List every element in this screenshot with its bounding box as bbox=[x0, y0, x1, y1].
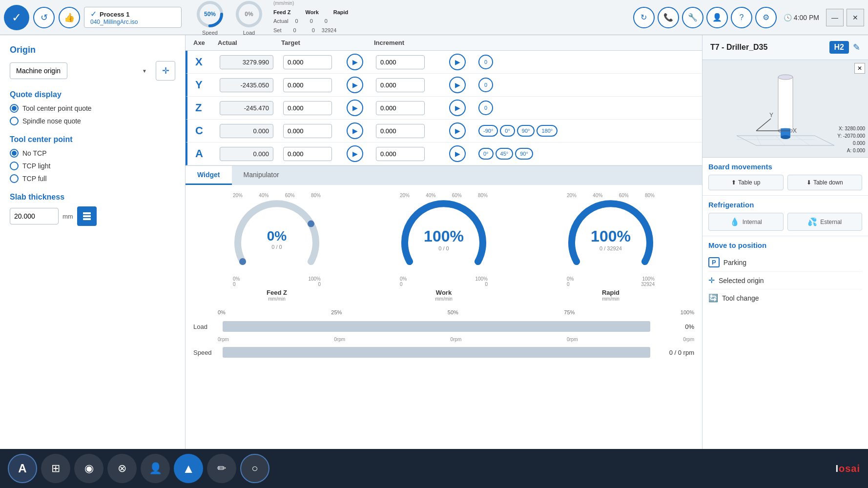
slab-apply-button[interactable] bbox=[77, 206, 97, 226]
work-header: Work bbox=[305, 8, 318, 17]
feedz-center: 0% 0 / 0 bbox=[267, 228, 287, 250]
power-button[interactable]: ↺ bbox=[33, 7, 55, 28]
a-deg-0[interactable]: 0° bbox=[478, 148, 494, 160]
axis-actual-y[interactable] bbox=[220, 78, 273, 92]
bottom-icon-grid[interactable]: ⊞ bbox=[41, 454, 70, 483]
phone-icon[interactable]: 📞 bbox=[658, 7, 679, 28]
axis-play-inc-c[interactable]: ▶ bbox=[449, 122, 466, 139]
bottom-icon-edit[interactable]: ✏ bbox=[207, 454, 236, 483]
axis-play-target-y[interactable]: ▶ bbox=[347, 77, 363, 93]
board-buttons: ⬆ Table up ⬇ Table down bbox=[708, 175, 862, 190]
radio-tool-center[interactable]: Tool center point quote bbox=[10, 104, 175, 113]
bottom-icon-circle[interactable]: ○ bbox=[240, 454, 269, 483]
radio-dot-no-tcp bbox=[10, 149, 19, 158]
axis-play-inc-a[interactable]: ▶ bbox=[449, 145, 466, 162]
axis-target-x[interactable] bbox=[283, 55, 332, 69]
minimize-button[interactable]: — bbox=[826, 9, 844, 26]
axis-target-y[interactable] bbox=[283, 78, 332, 92]
axis-play-target-x[interactable]: ▶ bbox=[347, 54, 363, 70]
load-gauge: 0% bbox=[234, 0, 264, 29]
a-deg-90[interactable]: 90° bbox=[515, 148, 533, 160]
h-badge: H2 bbox=[829, 41, 849, 54]
parking-item[interactable]: P Parking bbox=[708, 253, 862, 272]
mm-label: (mm/min) bbox=[273, 0, 348, 7]
axis-play-target-a[interactable]: ▶ bbox=[347, 145, 363, 162]
center-panel: Axe Actual Target Increment X ▶ ▶ 0 Y bbox=[186, 35, 702, 449]
internal-button[interactable]: 💧 Internal bbox=[708, 213, 784, 231]
origin-title: Origin bbox=[10, 45, 175, 55]
svg-rect-3 bbox=[83, 212, 91, 214]
settings-icon[interactable]: ⚙ bbox=[755, 7, 777, 28]
axis-actual-c[interactable] bbox=[220, 124, 273, 138]
load-bar-value: 0% bbox=[655, 323, 694, 330]
origin-select[interactable]: Machine origin bbox=[10, 62, 67, 79]
axis-increment-z[interactable] bbox=[376, 101, 425, 115]
axis-increment-a[interactable] bbox=[376, 147, 425, 161]
tool-3d-close-button[interactable]: ✕ bbox=[854, 63, 865, 74]
bottom-icon-hierarchy[interactable]: ⊗ bbox=[107, 454, 137, 483]
table-up-button[interactable]: ⬆ Table up bbox=[708, 175, 784, 190]
tool-change-icon: 🔄 bbox=[708, 293, 718, 303]
axis-target-c[interactable] bbox=[283, 124, 332, 138]
axis-zero-x[interactable]: 0 bbox=[478, 55, 493, 69]
axis-actual-z[interactable] bbox=[220, 101, 273, 115]
thumbs-up-button[interactable]: 👍 bbox=[59, 7, 80, 28]
table-down-button[interactable]: ⬇ Table down bbox=[787, 175, 863, 190]
check-button[interactable]: ✓ bbox=[4, 5, 29, 30]
axis-target-a[interactable] bbox=[283, 147, 332, 161]
col-actual: Actual bbox=[218, 39, 281, 46]
axis-play-inc-y[interactable]: ▶ bbox=[449, 77, 466, 93]
axes-header: Axe Actual Target Increment bbox=[186, 35, 702, 51]
origin-crosshair-button[interactable]: ✛ bbox=[156, 61, 175, 81]
speed-pct-text: 50% bbox=[204, 11, 216, 18]
work-set: 0 bbox=[312, 26, 315, 35]
tool-3d-coords: X: 3280.000 Y: -2070.000 0.000 A: 0.000 bbox=[837, 125, 865, 154]
help-icon[interactable]: ? bbox=[731, 7, 752, 28]
c-deg-180[interactable]: 180° bbox=[537, 125, 558, 137]
esternal-button[interactable]: 💦 Esternal bbox=[787, 213, 863, 231]
tab-widget[interactable]: Widget bbox=[186, 166, 232, 185]
axis-zero-z[interactable]: 0 bbox=[478, 101, 493, 115]
slab-input[interactable] bbox=[10, 208, 59, 224]
close-button[interactable]: ✕ bbox=[847, 9, 864, 26]
top-bar: ✓ ↺ 👍 ✓Process 1 040_MillingArc.iso 50% … bbox=[0, 0, 868, 35]
c-deg-90[interactable]: 90° bbox=[517, 125, 535, 137]
bottom-icon-a[interactable]: A bbox=[8, 454, 37, 483]
load-label: Load bbox=[243, 30, 255, 36]
tool-edit-icon[interactable]: ✎ bbox=[853, 42, 860, 53]
time-display: 🕓4:00 PM bbox=[784, 14, 819, 21]
c-deg-minus90[interactable]: -90° bbox=[478, 125, 498, 137]
bottom-icon-network[interactable]: ◉ bbox=[74, 454, 103, 483]
work-name: Work bbox=[436, 289, 452, 296]
bottom-icon-tool-active[interactable]: ▲ bbox=[174, 454, 203, 483]
axis-target-z[interactable] bbox=[283, 101, 332, 115]
svg-rect-4 bbox=[83, 215, 91, 217]
axis-play-inc-z[interactable]: ▶ bbox=[449, 100, 466, 116]
user-icon[interactable]: 👤 bbox=[706, 7, 728, 28]
tool-icon[interactable]: 🔧 bbox=[682, 7, 703, 28]
bottom-icon-user[interactable]: 👤 bbox=[141, 454, 170, 483]
axis-actual-x[interactable] bbox=[220, 55, 273, 69]
axis-increment-c[interactable] bbox=[376, 124, 425, 138]
radio-tcp-light[interactable]: TCP light bbox=[10, 162, 175, 170]
axis-play-inc-x[interactable]: ▶ bbox=[449, 54, 466, 70]
refresh-icon[interactable]: ↻ bbox=[633, 7, 655, 28]
radio-tcp-full[interactable]: TCP full bbox=[10, 174, 175, 183]
selected-origin-item[interactable]: ✛ Selected origin bbox=[708, 272, 862, 289]
axis-play-target-c[interactable]: ▶ bbox=[347, 122, 363, 139]
axis-play-target-z[interactable]: ▶ bbox=[347, 100, 363, 116]
tab-manipulator[interactable]: Manipulator bbox=[232, 166, 291, 185]
a-deg-45[interactable]: 45° bbox=[496, 148, 514, 160]
quote-display-title: Quote display bbox=[10, 90, 175, 99]
radio-no-tcp[interactable]: No TCP bbox=[10, 149, 175, 158]
radio-spindle[interactable]: Spindle nose quote bbox=[10, 117, 175, 125]
gauges-row: 20%40%60%80% 0% 0 / 0 0%100% bbox=[193, 193, 694, 302]
axis-zero-y[interactable]: 0 bbox=[478, 78, 493, 92]
axis-actual-a[interactable] bbox=[220, 147, 273, 161]
process-file: 040_MillingArc.iso bbox=[90, 19, 175, 25]
axis-increment-y[interactable] bbox=[376, 78, 425, 92]
tool-change-item[interactable]: 🔄 Tool change bbox=[708, 289, 862, 306]
slab-row: mm bbox=[10, 206, 175, 226]
axis-increment-x[interactable] bbox=[376, 55, 425, 69]
c-deg-0[interactable]: 0° bbox=[500, 125, 515, 137]
